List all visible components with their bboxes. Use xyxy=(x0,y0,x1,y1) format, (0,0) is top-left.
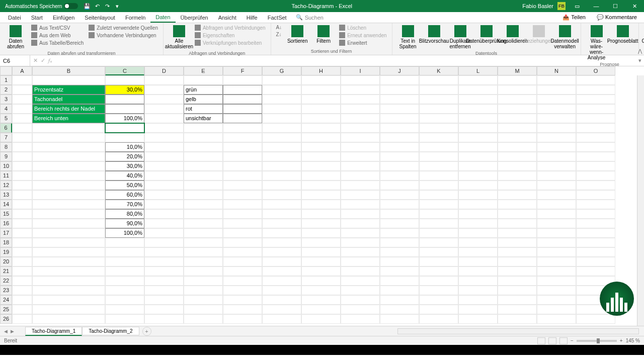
cell-F13[interactable] xyxy=(223,190,262,200)
cell-N4[interactable] xyxy=(537,104,576,114)
cell-M17[interactable] xyxy=(498,228,537,238)
cell-L6[interactable] xyxy=(458,123,498,133)
row-header-12[interactable]: 12 xyxy=(0,180,12,190)
cell-F7[interactable] xyxy=(223,133,262,142)
cell-E19[interactable] xyxy=(184,247,223,257)
cell-O6[interactable] xyxy=(576,123,615,133)
cell-N18[interactable] xyxy=(537,238,576,247)
cell-E6[interactable] xyxy=(184,123,223,133)
column-header-M[interactable]: M xyxy=(498,66,537,75)
column-header-O[interactable]: O xyxy=(576,66,615,75)
flash-fill-button[interactable]: Blitzvorschau xyxy=(422,24,447,45)
column-header-J[interactable]: J xyxy=(380,66,419,75)
cell-F26[interactable] xyxy=(223,314,262,324)
cell-B22[interactable] xyxy=(32,276,105,286)
cell-M25[interactable] xyxy=(498,305,537,314)
cell-A23[interactable] xyxy=(12,286,32,295)
cell-K6[interactable] xyxy=(419,123,458,133)
cell-I24[interactable] xyxy=(341,295,380,305)
cell-L9[interactable] xyxy=(458,152,498,161)
cell-M19[interactable] xyxy=(498,247,537,257)
cell-C15[interactable]: 80,0% xyxy=(105,209,144,219)
page-layout-button[interactable] xyxy=(548,337,556,344)
cell-B21[interactable] xyxy=(32,266,105,276)
cell-K18[interactable] xyxy=(419,238,458,247)
cell-D7[interactable] xyxy=(144,133,184,142)
cell-H19[interactable] xyxy=(301,247,341,257)
cell-C21[interactable] xyxy=(105,266,144,276)
cell-D5[interactable] xyxy=(144,114,184,123)
relationships-button[interactable]: Beziehungen xyxy=(526,24,551,45)
cancel-icon[interactable]: ✕ xyxy=(33,57,38,64)
cell-H23[interactable] xyxy=(301,286,341,295)
cell-A8[interactable] xyxy=(12,142,32,152)
cell-O8[interactable] xyxy=(576,142,615,152)
cell-L4[interactable] xyxy=(458,104,498,114)
cell-I5[interactable] xyxy=(341,114,380,123)
cell-D6[interactable] xyxy=(144,123,184,133)
cell-E23[interactable] xyxy=(184,286,223,295)
cell-H18[interactable] xyxy=(301,238,341,247)
cell-B17[interactable] xyxy=(32,228,105,238)
from-web-button[interactable]: Aus dem Web xyxy=(29,32,86,39)
cell-H9[interactable] xyxy=(301,152,341,161)
cell-K13[interactable] xyxy=(419,190,458,200)
cell-N5[interactable] xyxy=(537,114,576,123)
data-model-button[interactable]: Datenmodell verwalten xyxy=(552,24,578,50)
cell-K2[interactable] xyxy=(419,85,458,95)
save-icon[interactable]: 💾 xyxy=(83,2,91,10)
cell-I14[interactable] xyxy=(341,200,380,209)
cell-L23[interactable] xyxy=(458,286,498,295)
cell-D19[interactable] xyxy=(144,247,184,257)
cell-M26[interactable] xyxy=(498,314,537,324)
cell-M10[interactable] xyxy=(498,161,537,171)
cell-C4[interactable] xyxy=(105,104,144,114)
zoom-level[interactable]: 145 % xyxy=(626,338,640,343)
cell-B15[interactable] xyxy=(32,209,105,219)
cell-H10[interactable] xyxy=(301,161,341,171)
existing-connections-button[interactable]: Vorhandene Verbindungen xyxy=(87,32,160,39)
cell-F18[interactable] xyxy=(223,238,262,247)
cell-B3[interactable]: Tachonadel xyxy=(32,95,105,104)
cell-E9[interactable] xyxy=(184,152,223,161)
sheet-nav-prev-icon[interactable]: ◀ xyxy=(4,329,8,334)
cell-F19[interactable] xyxy=(223,247,262,257)
cell-A7[interactable] xyxy=(12,133,32,142)
cell-L18[interactable] xyxy=(458,238,498,247)
sort-button[interactable]: Sortieren xyxy=(285,24,310,45)
cell-N6[interactable] xyxy=(537,123,576,133)
cell-J24[interactable] xyxy=(380,295,419,305)
cell-D23[interactable] xyxy=(144,286,184,295)
cell-F8[interactable] xyxy=(223,142,262,152)
row-header-16[interactable]: 16 xyxy=(0,219,12,228)
cell-K7[interactable] xyxy=(419,133,458,142)
remove-duplicates-button[interactable]: Duplikate entfernen xyxy=(448,24,473,50)
cell-H17[interactable] xyxy=(301,228,341,238)
cell-F14[interactable] xyxy=(223,200,262,209)
cell-L26[interactable] xyxy=(458,314,498,324)
cell-G26[interactable] xyxy=(262,314,301,324)
tab-start[interactable]: Start xyxy=(26,13,48,22)
cell-D11[interactable] xyxy=(144,171,184,180)
cell-J6[interactable] xyxy=(380,123,419,133)
cell-I17[interactable] xyxy=(341,228,380,238)
cell-L17[interactable] xyxy=(458,228,498,238)
collapse-ribbon-icon[interactable]: ⋀ xyxy=(638,48,642,54)
page-break-button[interactable] xyxy=(559,337,568,344)
cell-A6[interactable] xyxy=(12,123,32,133)
cell-J13[interactable] xyxy=(380,190,419,200)
get-data-button[interactable]: Daten abrufen xyxy=(3,24,28,50)
cell-O5[interactable] xyxy=(576,114,615,123)
cell-E24[interactable] xyxy=(184,295,223,305)
cell-O19[interactable] xyxy=(576,247,615,257)
cell-M11[interactable] xyxy=(498,171,537,180)
cell-G15[interactable] xyxy=(262,209,301,219)
cell-E16[interactable] xyxy=(184,219,223,228)
cell-B20[interactable] xyxy=(32,257,105,266)
cell-O1[interactable] xyxy=(576,75,615,85)
cell-M12[interactable] xyxy=(498,180,537,190)
cell-I2[interactable] xyxy=(341,85,380,95)
cell-A5[interactable] xyxy=(12,114,32,123)
cell-D18[interactable] xyxy=(144,238,184,247)
cell-K8[interactable] xyxy=(419,142,458,152)
